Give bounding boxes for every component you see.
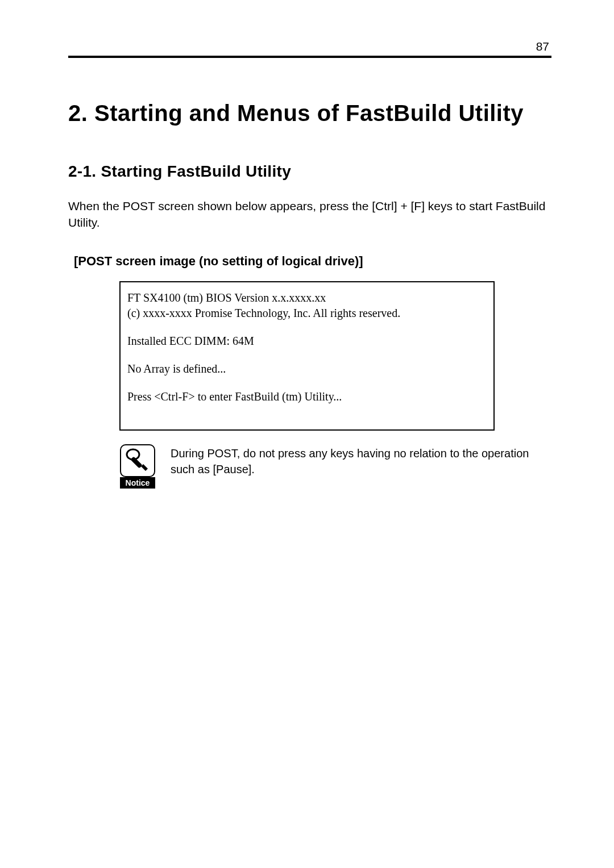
notice-block: Notice During POST, do not press any key… [119,444,551,489]
page-title: 2. Starting and Menus of FastBuild Utili… [68,98,551,128]
notice-icon-wrap: Notice [119,444,156,489]
header-rule [68,56,551,58]
post-line: FT SX4100 (tm) BIOS Version x.x.xxxx.xx [127,290,487,306]
post-caption: [POST screen image (no setting of logica… [68,254,551,269]
page-number: 87 [68,40,551,53]
screwdriver-icon [125,447,150,474]
notice-label: Notice [120,477,155,489]
svg-marker-2 [141,464,148,471]
post-screen-box: FT SX4100 (tm) BIOS Version x.x.xxxx.xx … [119,281,495,431]
notice-icon-box [120,444,155,477]
post-line: Press <Ctrl-F> to enter FastBuild (tm) U… [127,389,487,404]
post-line: Installed ECC DIMM: 64M [127,333,487,349]
section-title: 2-1. Starting FastBuild Utility [68,162,551,181]
intro-paragraph: When the POST screen shown below appears… [68,198,551,231]
post-line: No Array is defined... [127,361,487,377]
post-line: (c) xxxx-xxxx Promise Technology, Inc. A… [127,306,487,321]
notice-text: During POST, do not press any keys havin… [171,444,551,477]
